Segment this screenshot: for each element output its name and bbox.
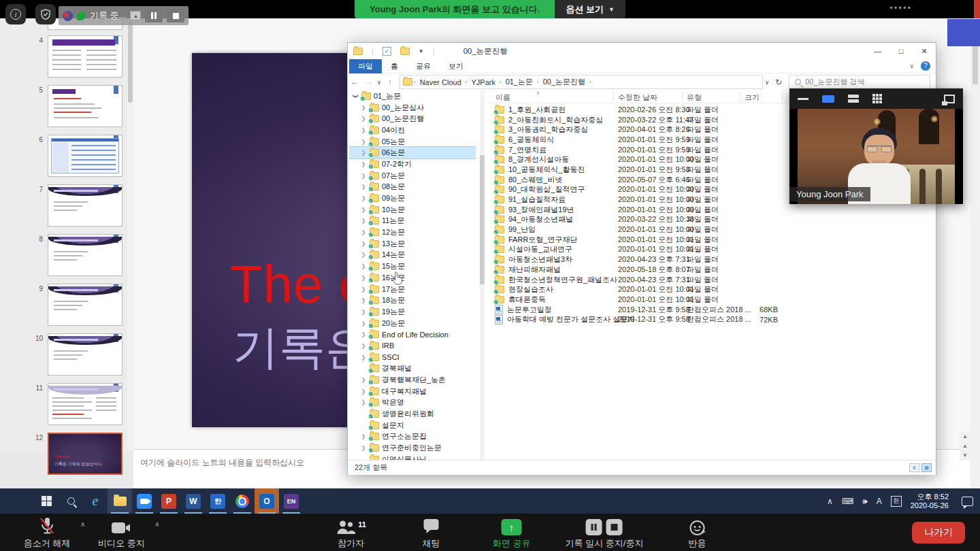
- expander-icon[interactable]: ❯: [360, 263, 367, 269]
- popout-view-icon[interactable]: [944, 95, 955, 103]
- tree-item[interactable]: ✓생명윤리위원회: [349, 408, 476, 420]
- tree-item[interactable]: ❯✓08논문: [349, 182, 476, 193]
- breadcrumb-segment[interactable]: 00_논문진행: [540, 77, 588, 87]
- file-row[interactable]: ✓한국청소년정책연구원_패널조사2020-04-23 오후 7:31파일 폴더: [488, 275, 936, 285]
- prev-slide-icon[interactable]: ▲: [960, 441, 970, 451]
- encryption-button[interactable]: [35, 4, 56, 24]
- refresh-icon[interactable]: ↻: [775, 78, 782, 87]
- slide-thumbnail-item[interactable]: 5: [0, 85, 133, 127]
- tree-item[interactable]: ❯✓연구소논문집: [349, 431, 476, 443]
- canvas-scrollbar[interactable]: [970, 18, 980, 488]
- expander-icon[interactable]: ❯: [360, 445, 367, 451]
- video-options-caret-icon[interactable]: ∧: [154, 520, 159, 550]
- share-screen-button[interactable]: ↑ 화면 공유: [485, 516, 538, 550]
- ribbon-expand-caret-icon[interactable]: ∨: [909, 63, 914, 69]
- minimize-button[interactable]: —: [866, 43, 889, 59]
- slide-thumbnail-item[interactable]: 4: [0, 35, 133, 78]
- notes-placeholder[interactable]: 여기에 슬라이드 노트의 내용을 입력하십시오: [140, 457, 304, 469]
- expander-icon[interactable]: ❯: [360, 275, 367, 281]
- expander-icon[interactable]: ❯: [360, 354, 367, 361]
- tab-file[interactable]: 파일: [349, 59, 382, 73]
- file-row[interactable]: ✓93_장애인패널19년2020-01-01 오전 10:00파일 폴더: [488, 205, 936, 215]
- qat-customize-caret-icon[interactable]: ▼: [419, 48, 424, 54]
- red-edge-button[interactable]: [974, 0, 980, 18]
- expander-icon[interactable]: ❯: [360, 116, 367, 122]
- tree-item[interactable]: ❯✓06논문: [349, 147, 476, 158]
- powerpoint-icon[interactable]: P: [157, 488, 181, 514]
- expander-icon[interactable]: ❯: [360, 343, 367, 349]
- expander-icon[interactable]: ❯: [360, 388, 367, 395]
- expander-icon[interactable]: ❯: [360, 229, 367, 235]
- chat-button[interactable]: 채팅: [405, 516, 458, 550]
- tree-item[interactable]: ❯✓00_논문심사: [349, 102, 476, 114]
- slide-thumbnail-item[interactable]: 9: [0, 284, 133, 326]
- reactions-button[interactable]: + 반응: [670, 516, 723, 550]
- tab-share[interactable]: 공유: [407, 59, 440, 73]
- pause-recording-icon[interactable]: [586, 519, 602, 535]
- file-row[interactable]: ✓휴대폰중독2020-01-01 오전 10:01파일 폴더: [488, 295, 936, 305]
- maximize-button[interactable]: □: [889, 43, 913, 59]
- expander-icon[interactable]: ❯: [360, 173, 367, 179]
- search-icon[interactable]: [59, 488, 83, 514]
- taskbar-clock[interactable]: 오후 8:52 2020-05-26: [911, 492, 949, 510]
- tree-item[interactable]: ❯✓07논문: [349, 170, 476, 182]
- slide-thumbnail-item[interactable]: 6: [0, 135, 133, 177]
- tree-item[interactable]: ❯✓05논문: [349, 136, 476, 148]
- stop-recording-icon[interactable]: [606, 519, 623, 535]
- details-view-icon[interactable]: ≣: [909, 463, 919, 472]
- expander-icon[interactable]: ❯: [353, 93, 359, 99]
- ime-mode-indicator[interactable]: A: [877, 497, 882, 506]
- tree-item[interactable]: ❯✓19논문: [349, 306, 476, 318]
- stop-video-button[interactable]: 비디오 중지: [95, 516, 148, 550]
- expander-icon[interactable]: ❯: [360, 105, 367, 111]
- next-slide-icon[interactable]: ▼: [960, 451, 970, 461]
- speaker-view-icon[interactable]: [822, 95, 834, 103]
- word-icon[interactable]: W: [181, 488, 206, 514]
- expander-icon[interactable]: ❯: [360, 241, 367, 247]
- slide-thumbnail-item[interactable]: 8: [0, 234, 133, 276]
- thumbnail-view-icon[interactable]: ▦: [921, 463, 932, 472]
- tree-item[interactable]: ❯✓10논문: [349, 204, 476, 216]
- expander-icon[interactable]: ❯: [360, 309, 367, 315]
- address-dropdown-caret-icon[interactable]: ∨: [763, 79, 771, 86]
- tree-item[interactable]: ❯✓14논문: [349, 250, 476, 261]
- network-icon[interactable]: ⌨: [842, 497, 853, 506]
- expander-icon[interactable]: ❯: [360, 139, 367, 145]
- file-row[interactable]: 아동학대 예방 전문가 설문조사 설문지2019-12-31 오후 9:58한컴…: [488, 314, 936, 324]
- unmute-button[interactable]: 음소거 해제: [20, 516, 74, 550]
- endnote-icon[interactable]: EN: [279, 488, 304, 514]
- file-row[interactable]: ✓아동청소년패널3차2020-04-23 오후 7:31파일 폴더: [488, 254, 936, 265]
- record-pause-stop-button[interactable]: 기록 일시 중지/중지: [566, 516, 644, 550]
- tree-item[interactable]: ❯✓대구복지패널: [349, 386, 476, 397]
- file-row[interactable]: ✓시설아동_교내연구2020-01-01 오전 10:01파일 폴더: [488, 245, 936, 255]
- stop-recording-button[interactable]: [167, 9, 184, 22]
- slide-thumbnail-item[interactable]: 10: [0, 333, 133, 375]
- view-options-button[interactable]: 옵션 보기 ▼: [555, 0, 625, 18]
- up-icon[interactable]: ↑: [383, 77, 397, 87]
- expander-icon[interactable]: ❯: [360, 252, 367, 258]
- pause-recording-button[interactable]: [145, 9, 163, 22]
- tree-item[interactable]: ✓경북패널: [349, 363, 476, 375]
- explorer-titlebar[interactable]: | ✓ ▼ | 00_논문진행 — □ ✕: [348, 43, 936, 59]
- meeting-info-button[interactable]: i: [5, 4, 26, 24]
- file-row[interactable]: ✓94_아동청소년패널2020-03-22 오전 10:38파일 폴더: [488, 215, 936, 225]
- tree-item[interactable]: ❯✓박은영: [349, 397, 476, 409]
- column-date[interactable]: 수정한 날짜: [618, 93, 657, 103]
- tree-item[interactable]: ❯✓경북행복재단_농촌: [349, 374, 476, 386]
- breadcrumb-segment[interactable]: YJPark: [468, 78, 497, 86]
- scroll-up-icon[interactable]: ▲: [960, 432, 970, 441]
- strip-view-icon[interactable]: [848, 95, 859, 103]
- slide-thumbnail-item[interactable]: 7: [0, 184, 133, 227]
- tree-item[interactable]: ❯✓13논문: [349, 238, 476, 250]
- slide-thumbnail[interactable]: [48, 35, 122, 78]
- expander-icon[interactable]: ❯: [360, 195, 367, 201]
- column-size[interactable]: 크기: [745, 93, 760, 103]
- tree-item[interactable]: ❯✓12논문: [349, 227, 476, 238]
- tree-item[interactable]: ❯✓09논문: [349, 193, 476, 204]
- tray-expand-icon[interactable]: ∧: [827, 497, 833, 506]
- tree-item[interactable]: ❯✓00_논문진행: [349, 113, 476, 124]
- tree-item[interactable]: ❯✓16논문: [349, 272, 476, 284]
- expander-icon[interactable]: ❯: [360, 433, 367, 439]
- slide-thumbnail-item[interactable]: 12The end기록은 기억의 연장선이다.: [0, 433, 133, 475]
- expander-icon[interactable]: ❯: [360, 161, 367, 167]
